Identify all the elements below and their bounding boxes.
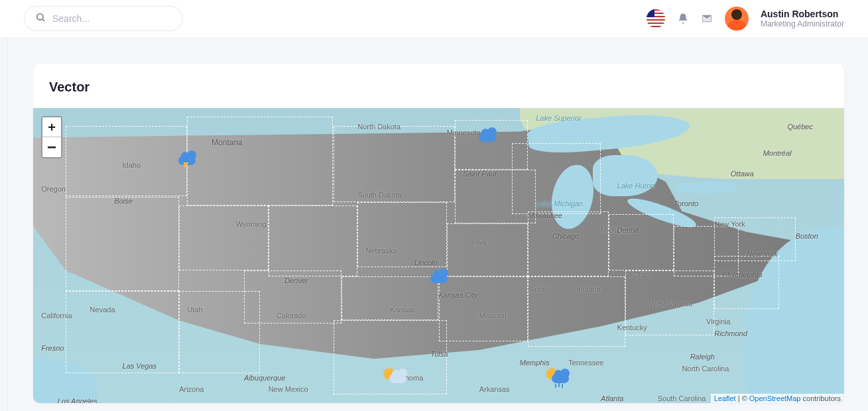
label-tennessee: Tennessee — [568, 359, 603, 367]
label-wyoming: Wyoming — [236, 220, 267, 228]
city-detroit: Detroit — [617, 226, 639, 234]
marker-sun-rain[interactable] — [549, 370, 572, 388]
svg-point-0 — [37, 14, 43, 20]
marker-cloud-2[interactable] — [428, 270, 450, 288]
city-milwaukee: Milwaukee — [528, 211, 562, 219]
city-montreal: Montréal — [763, 149, 792, 157]
label-kansas: Kansas — [390, 306, 414, 314]
map-canvas[interactable]: Montana North Dakota South Dakota Minnes… — [33, 108, 844, 403]
card-title: Vector — [33, 80, 844, 95]
map-attribution: Leaflet | © OpenStreetMap contributors — [711, 394, 844, 403]
zoom-out-button[interactable]: − — [42, 137, 61, 157]
city-los-angeles: Los Angeles — [58, 397, 97, 403]
city-new-york: New York — [747, 250, 778, 258]
svg-line-1 — [42, 19, 44, 21]
city-lincoln: Lincoln — [414, 259, 438, 266]
zoom-control: + − — [41, 116, 62, 158]
user-role: Marketing Administrator — [761, 19, 844, 29]
leaflet-link[interactable]: Leaflet — [714, 394, 736, 402]
city-saint-paul: Saint Paul — [463, 170, 496, 178]
app-header: Austin Robertson Marketing Administrator — [0, 0, 868, 37]
flag-us-icon[interactable] — [647, 9, 665, 28]
label-lake-michigan: Lake Michigan — [536, 200, 583, 207]
city-ottawa: Ottawa — [731, 170, 754, 178]
label-arkansas: Arkansas — [479, 385, 510, 393]
city-denver: Denver — [284, 276, 308, 284]
label-minnesota: Minnesota — [447, 129, 481, 137]
label-missouri: Missouri — [479, 312, 507, 320]
label-nevada: Nevada — [90, 306, 115, 314]
label-illinois: Illinois — [528, 285, 548, 293]
notifications-icon[interactable] — [677, 13, 689, 25]
city-boise: Boise — [114, 197, 133, 205]
user-info: Austin Robertson Marketing Administrator — [761, 9, 844, 29]
zoom-in-button[interactable]: + — [42, 117, 61, 137]
city-richmond: Richmond — [714, 329, 747, 337]
label-california: California — [41, 312, 72, 320]
marker-cloud-1[interactable] — [476, 129, 499, 147]
marker-partly-cloudy[interactable] — [387, 370, 409, 388]
osm-link[interactable]: OpenStreetMap — [749, 394, 801, 402]
city-las-vegas: Las Vegas — [123, 362, 157, 370]
label-kentucky: Kentucky — [617, 323, 647, 331]
label-indiana: Indiana — [576, 285, 600, 293]
search-icon — [35, 12, 46, 25]
label-montana: Montana — [212, 138, 243, 147]
search-input[interactable] — [52, 13, 172, 24]
avatar[interactable] — [725, 7, 749, 30]
search-box[interactable] — [24, 6, 183, 31]
label-south-dakota: South Dakota — [357, 191, 402, 199]
label-oregon: Oregon — [41, 185, 66, 193]
label-south-carolina: South Carolina — [658, 394, 706, 402]
messages-icon[interactable] — [701, 13, 713, 25]
label-north-carolina: North Carolina — [682, 365, 729, 373]
map-card: Vector Montana North Dakota South Dakot — [33, 64, 844, 403]
city-kansas-city: Kansas City — [439, 291, 478, 299]
user-name: Austin Robertson — [761, 9, 844, 19]
label-arizona: Arizona — [179, 385, 204, 393]
marker-thunderstorm[interactable] — [176, 152, 198, 170]
city-toronto: Toronto — [674, 200, 698, 207]
state-borders — [33, 108, 844, 403]
city-boston: Boston — [796, 232, 818, 240]
label-new-mexico: New Mexico — [269, 385, 308, 393]
label-lake-huron: Lake Huron — [617, 182, 655, 190]
label-ohio: Ohio — [633, 270, 649, 278]
city-quebec: Québec — [787, 123, 813, 131]
label-iowa: Iowa — [471, 238, 486, 246]
city-tulsa: Tulsa — [430, 350, 448, 358]
city-chicago: Chicago — [552, 232, 579, 240]
city-memphis: Memphis — [520, 359, 550, 367]
city-philadelphia: Philadelphia — [723, 270, 763, 278]
label-west-virginia: West Virginia — [649, 300, 692, 308]
label-utah: Utah — [187, 306, 202, 314]
label-nebraska: Nebraska — [365, 247, 397, 255]
label-lake-superior: Lake Superior — [536, 114, 582, 122]
label-newyork: New York — [714, 220, 745, 228]
city-fresno: Fresno — [41, 344, 64, 352]
label-colorado: Colorado — [277, 312, 306, 320]
sidebar-divider — [7, 36, 8, 411]
label-virginia: Virginia — [706, 318, 731, 325]
label-north-dakota: North Dakota — [357, 123, 401, 131]
city-albuquerque: Albuquerque — [244, 374, 285, 382]
city-raleigh: Raleigh — [690, 353, 715, 361]
label-idaho: Idaho — [123, 161, 141, 169]
city-atlanta: Atlanta — [601, 394, 623, 402]
